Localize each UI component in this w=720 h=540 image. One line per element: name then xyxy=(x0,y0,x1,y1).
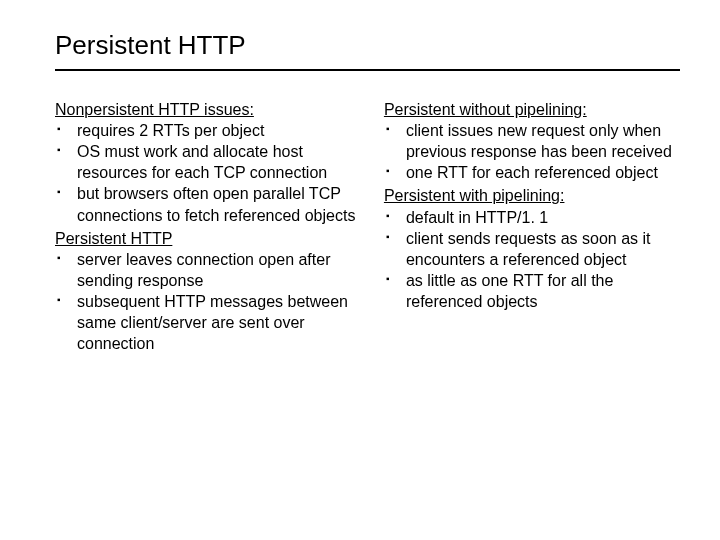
section-heading: Persistent HTTP xyxy=(55,228,366,249)
bullet-list: client issues new request only when prev… xyxy=(384,120,680,183)
list-item: requires 2 RTTs per object xyxy=(55,120,366,141)
content-columns: Nonpersistent HTTP issues: requires 2 RT… xyxy=(55,99,680,356)
list-item: client issues new request only when prev… xyxy=(384,120,680,162)
list-item: client sends requests as soon as it enco… xyxy=(384,228,680,270)
section-heading: Persistent without pipelining: xyxy=(384,99,680,120)
bullet-list: server leaves connection open after send… xyxy=(55,249,366,355)
right-column: Persistent without pipelining: client is… xyxy=(384,99,680,356)
title-rule xyxy=(55,69,680,71)
slide-title: Persistent HTTP xyxy=(55,30,680,61)
list-item: default in HTTP/1. 1 xyxy=(384,207,680,228)
section-heading: Nonpersistent HTTP issues: xyxy=(55,99,366,120)
left-column: Nonpersistent HTTP issues: requires 2 RT… xyxy=(55,99,366,356)
slide: Persistent HTTP Nonpersistent HTTP issue… xyxy=(0,0,720,540)
list-item: one RTT for each referenced object xyxy=(384,162,680,183)
list-item: server leaves connection open after send… xyxy=(55,249,366,291)
list-item: subsequent HTTP messages between same cl… xyxy=(55,291,366,354)
bullet-list: default in HTTP/1. 1 client sends reques… xyxy=(384,207,680,313)
bullet-list: requires 2 RTTs per object OS must work … xyxy=(55,120,366,226)
section-heading: Persistent with pipelining: xyxy=(384,185,680,206)
list-item: as little as one RTT for all the referen… xyxy=(384,270,680,312)
list-item: OS must work and allocate host resources… xyxy=(55,141,366,183)
list-item: but browsers often open parallel TCP con… xyxy=(55,183,366,225)
